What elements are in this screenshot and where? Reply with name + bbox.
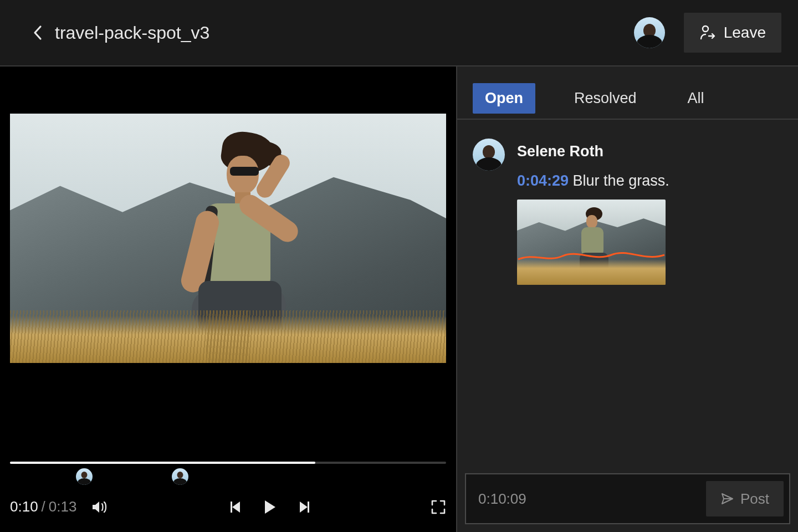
fullscreen-icon xyxy=(431,499,446,515)
comment-avatar[interactable] xyxy=(473,139,505,171)
time-separator: / xyxy=(42,498,45,515)
fullscreen-button[interactable] xyxy=(431,499,446,515)
step-back-button[interactable] xyxy=(229,500,244,514)
video-frame[interactable] xyxy=(10,114,446,363)
chevron-left-icon xyxy=(33,25,43,40)
post-button-label: Post xyxy=(740,490,769,508)
tab-resolved[interactable]: Resolved xyxy=(562,83,649,114)
svg-rect-2 xyxy=(308,502,309,513)
step-forward-button[interactable] xyxy=(295,500,311,514)
tab-all[interactable]: All xyxy=(676,83,717,114)
leave-icon xyxy=(699,24,716,41)
app-header: travel-pack-spot_v3 Leave xyxy=(0,0,798,66)
svg-rect-1 xyxy=(231,502,232,513)
comment-item: Selene Roth 0:04:29 Blur the grass. xyxy=(473,139,782,285)
time-total: 0:13 xyxy=(49,498,77,515)
comments-pane: OpenResolvedAll Selene Roth 0:04:29 Blur… xyxy=(457,66,798,532)
volume-icon xyxy=(91,499,109,515)
main-content: 0:10 / 0:13 xyxy=(0,66,798,532)
comment-tabs: OpenResolvedAll xyxy=(457,66,798,120)
user-avatar[interactable] xyxy=(634,17,665,48)
timeline-marker[interactable] xyxy=(172,468,188,485)
leave-button-label: Leave xyxy=(724,24,766,42)
comment-list: Selene Roth 0:04:29 Blur the grass. xyxy=(457,120,798,473)
step-forward-icon xyxy=(295,500,311,514)
comment-timecode[interactable]: 0:04:29 xyxy=(517,172,569,189)
play-button[interactable] xyxy=(263,499,277,515)
scrubber-markers xyxy=(10,464,446,488)
transport-bar: 0:10 / 0:13 xyxy=(0,488,456,532)
back-button[interactable] xyxy=(30,25,45,40)
comment-composer[interactable]: 0:10:09 Post xyxy=(465,473,790,524)
step-back-icon xyxy=(229,500,244,514)
tab-open[interactable]: Open xyxy=(473,83,535,114)
composer-timecode: 0:10:09 xyxy=(478,490,706,508)
play-icon xyxy=(263,499,277,515)
comment-thumbnail[interactable] xyxy=(517,200,666,285)
video-scrubber[interactable] xyxy=(10,462,446,488)
file-title: travel-pack-spot_v3 xyxy=(55,23,634,43)
timeline-marker[interactable] xyxy=(76,468,93,485)
comment-text: Blur the grass. xyxy=(573,172,669,189)
annotation-stroke-icon xyxy=(517,252,666,263)
video-pane: 0:10 / 0:13 xyxy=(0,66,457,532)
svg-point-0 xyxy=(703,26,708,32)
leave-button[interactable]: Leave xyxy=(684,13,781,53)
post-button[interactable]: Post xyxy=(706,481,784,516)
time-current: 0:10 xyxy=(10,498,38,515)
volume-button[interactable] xyxy=(91,499,109,515)
send-icon xyxy=(720,492,734,505)
comment-author: Selene Roth xyxy=(517,143,782,160)
